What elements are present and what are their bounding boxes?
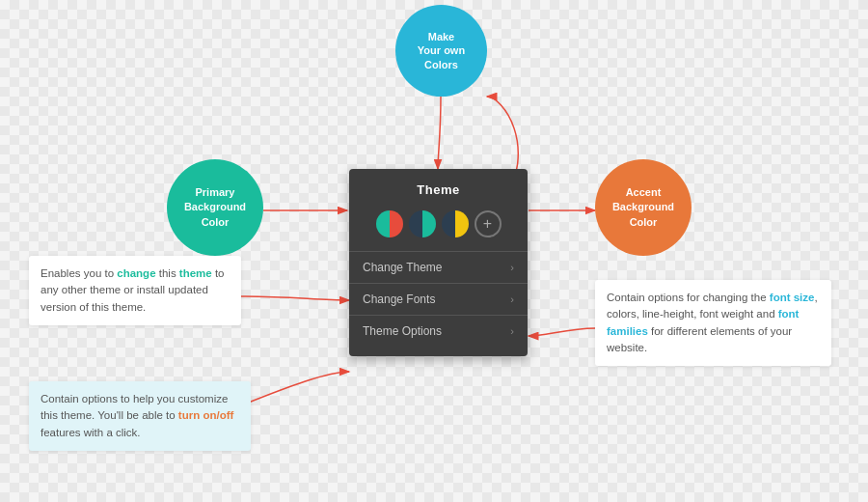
highlight-font-size: font size [770, 292, 815, 303]
theme-panel-title: Theme [349, 179, 528, 207]
menu-item-change-fonts-label: Change Fonts [363, 293, 435, 306]
color-swatch-red-teal[interactable] [376, 210, 403, 237]
menu-item-theme-options[interactable]: Theme Options › [349, 315, 528, 347]
info-box-change-fonts: Contain options for changing the font si… [595, 280, 831, 366]
chevron-icon: › [510, 293, 514, 305]
info-text-static6: Contain options for changing the [607, 292, 770, 303]
theme-panel: Theme + Change Theme › Change Fonts › Th… [349, 169, 528, 356]
highlight-change: change [117, 267, 155, 279]
color-swatch-teal-dark[interactable] [409, 210, 436, 237]
highlight-turn-on-off: turn on/off [178, 409, 233, 421]
info-text-static2: this [156, 267, 179, 279]
bubble-primary-bg: PrimaryBackgroundColor [167, 159, 263, 256]
info-text-static5: features with a click. [41, 427, 141, 438]
color-swatch-yellow-dark[interactable] [442, 210, 469, 237]
menu-item-theme-options-label: Theme Options [363, 324, 442, 338]
color-swatch-add[interactable]: + [475, 210, 502, 237]
menu-item-change-theme-label: Change Theme [363, 261, 443, 274]
color-swatches: + [349, 207, 528, 251]
info-box-change-theme: Enables you to change this theme to any … [29, 256, 241, 325]
menu-item-change-theme[interactable]: Change Theme › [349, 251, 528, 283]
bubble-accent-bg: AccentBackgroundColor [595, 159, 692, 256]
info-text-static: Enables you to [41, 267, 117, 279]
chevron-icon: › [510, 325, 514, 337]
chevron-icon: › [510, 262, 514, 273]
bubble-make-own-colors: Make Your own Colors [395, 5, 487, 97]
menu-item-change-fonts[interactable]: Change Fonts › [349, 283, 528, 315]
highlight-theme: theme [179, 267, 212, 279]
info-box-theme-options: Contain options to help you customize th… [29, 381, 251, 451]
